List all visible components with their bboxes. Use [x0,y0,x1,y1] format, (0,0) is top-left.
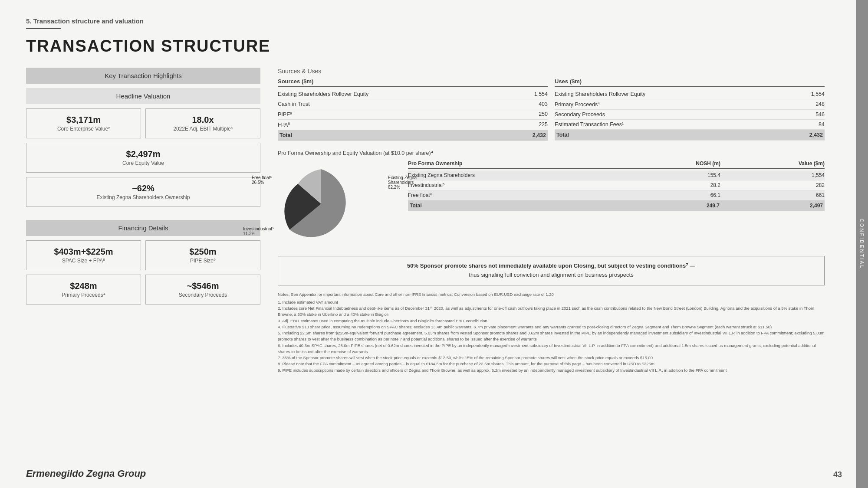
financing-details-header: Financing Details [26,220,260,236]
sources-table: Sources ($m) Existing Shareholders Rollo… [278,78,548,141]
existing-zegna-label: Existing ZegnaShareholders62.2% [388,175,417,190]
pf-col1-header: Pro Forma Ownership [408,160,616,167]
proforma-section: Pro Forma Ownership and Equity Valuation… [278,150,825,373]
logo-area: Ermenegildo Zegna Group [26,468,146,479]
proforma-title: Pro Forma Ownership and Equity Valuation… [278,150,825,156]
zegna-ownership-label: Existing Zegna Shareholders Ownership [31,194,256,200]
core-enterprise-value-box: $3,171m Core Enterprise Value² [26,108,141,138]
use-total-row: Total 2,432 [555,130,825,141]
proforma-table: Pro Forma Ownership NOSH (m) Value ($m) … [408,160,825,211]
ebit-multiple-value: 18.0x [150,115,256,125]
pipe-size-label: PIPE Size⁹ [150,258,256,264]
confidential-bar: CONFIDENTIAL [856,0,868,488]
pipe-size-value: $250m [150,247,256,257]
secondary-proceeds-label: Secondary Proceeds [150,292,256,298]
notes-section: Notes: See Appendix for important inform… [278,291,825,373]
core-equity-value-box: $2,497m Core Equity Value [26,143,260,173]
spac-pipe-row: $403m+$225m SPAC Size + FPA⁸ $250m PIPE … [26,240,260,270]
source-row-4: FPA⁸ 225 [278,120,548,130]
pf-row-total: Total 249.7 2,497 [408,200,825,211]
pipe-size-box: $250m PIPE Size⁹ [145,240,260,270]
primary-proceeds-label: Primary Proceeds⁴ [31,292,136,298]
primary-proceeds-box: $248m Primary Proceeds⁴ [26,275,141,305]
sponsor-box: 50% Sponsor promote shares not immediate… [278,256,825,285]
use-row-2: Primary Proceeds⁴ 248 [555,99,825,110]
pf-row-zegna: Existing Zegna Shareholders 155.4 1,554 [408,170,825,180]
primary-proceeds-value: $248m [31,281,136,291]
use-row-3: Secondary Proceeds 546 [555,110,825,120]
use-row-4: Estimated Transaction Fees¹ 84 [555,120,825,130]
sources-uses-table: Sources ($m) Existing Shareholders Rollo… [278,78,825,141]
spac-size-value: $403m+$225m [31,247,136,257]
use-row-1: Existing Shareholders Rollover Equity 1,… [555,89,825,99]
enterprise-value-row: $3,171m Core Enterprise Value² 18.0x 202… [26,108,260,138]
core-equity-value: $2,497m [31,149,256,159]
proforma-content: Free float⁶26.5% Existing ZegnaSharehold… [278,160,825,249]
spacer1 [26,211,260,220]
pie-chart-container: Free float⁶26.5% Existing ZegnaSharehold… [278,160,365,249]
secondary-proceeds-value: ~$546m [150,281,256,291]
left-column: Key Transaction Highlights Headline Valu… [26,68,260,373]
free-float-label: Free float⁶26.5% [252,175,272,185]
confidential-label: CONFIDENTIAL [859,219,865,269]
notes-top: Notes: See Appendix for important inform… [278,291,825,298]
main-content: Key Transaction Highlights Headline Valu… [26,68,825,373]
zegna-ownership-box: ~62% Existing Zegna Shareholders Ownersh… [26,177,260,207]
logo: Ermenegildo Zegna Group [26,468,146,479]
source-row-1: Existing Shareholders Rollover Equity 1,… [278,89,548,99]
page-container: CONFIDENTIAL 5. Transaction structure an… [0,0,868,488]
pf-col3-header: Value ($m) [720,160,825,167]
ebit-multiple-label: 2022E Adj. EBIT Multiple³ [150,126,256,132]
source-total-row: Total 2,432 [278,130,548,141]
spac-size-box: $403m+$225m SPAC Size + FPA⁸ [26,240,141,270]
source-row-2: Cash in Trust 403 [278,99,548,109]
sources-uses-title: Sources & Uses [278,68,825,75]
secondary-proceeds-box: ~$546m Secondary Proceeds [145,275,260,305]
pf-header: Pro Forma Ownership NOSH (m) Value ($m) [408,160,825,169]
core-enterprise-value: $3,171m [31,115,136,125]
zegna-ownership-value: ~62% [31,183,256,193]
source-row-3: PIPE⁹ 250 [278,109,548,120]
right-column: Sources & Uses Sources ($m) Existing Sha… [278,68,825,373]
headline-valuation-header: Headline Valuation [26,88,260,104]
uses-table: Uses ($m) Existing Shareholders Rollover… [555,78,825,141]
notes-items: 1. Include estimated VAT amount 2. Inclu… [278,299,825,373]
page-title: TRANSACTION STRUCTURE [26,37,842,56]
divider [26,28,61,29]
core-enterprise-label: Core Enterprise Value² [31,126,136,132]
spac-size-label: SPAC Size + FPA⁸ [31,258,136,264]
core-equity-label: Core Equity Value [31,160,256,166]
sources-header: Sources ($m) [278,78,548,87]
investindustrial-pie-label: Investindustrial⁵11.3% [243,226,274,236]
sponsor-text: 50% Sponsor promote shares not immediate… [407,262,695,278]
section-label: 5. Transaction structure and valuation [26,17,842,25]
pf-row-freefloat: Free float⁶ 66.1 661 [408,190,825,200]
pie-labels: Free float⁶26.5% Existing ZegnaSharehold… [278,162,365,249]
key-highlights-header: Key Transaction Highlights [26,68,260,84]
ebit-multiple-box: 18.0x 2022E Adj. EBIT Multiple³ [145,108,260,138]
page-number: 43 [833,470,842,479]
pf-col2-header: NOSH (m) [616,160,720,167]
pf-row-investindustrial: Investindustrial⁵ 28.2 282 [408,180,825,190]
proceeds-row: $248m Primary Proceeds⁴ ~$546m Secondary… [26,275,260,305]
uses-header: Uses ($m) [555,78,825,87]
